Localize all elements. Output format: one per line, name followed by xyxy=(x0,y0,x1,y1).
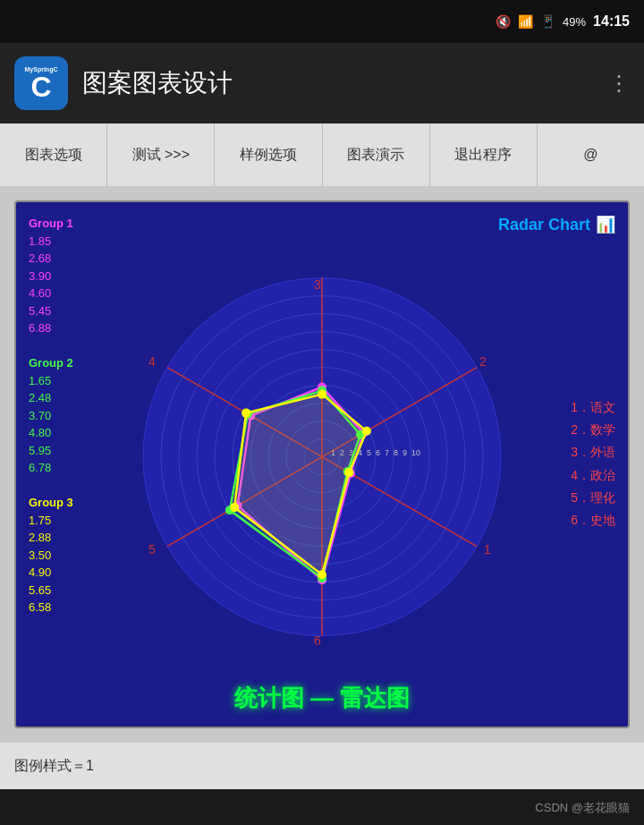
svg-text:3: 3 xyxy=(314,277,321,292)
app-bar: MySpringC C 图案图表设计 ⋮ xyxy=(0,43,644,123)
svg-text:5: 5 xyxy=(148,542,156,557)
chart-title: Radar Chart 📊 xyxy=(498,215,615,234)
chart-container: Group 1 1.852.683.904.605.456.88 Group 2… xyxy=(14,200,630,728)
status-text: 图例样式＝1 xyxy=(14,757,94,776)
status-time: 14:15 xyxy=(593,13,630,30)
axis-label-4: 4．政治 xyxy=(571,464,615,487)
group3-dot-4 xyxy=(242,409,250,418)
csdn-footer: CSDN @老花眼猫 xyxy=(0,789,644,825)
battery-level: 49% xyxy=(563,15,586,29)
svg-text:9: 9 xyxy=(402,448,407,457)
tab-chart-options[interactable]: 图表选项 xyxy=(0,123,107,186)
tab-exit[interactable]: 退出程序 xyxy=(430,123,538,186)
main-content: Group 1 1.852.683.904.605.456.88 Group 2… xyxy=(0,186,644,743)
axis-label-5: 5．理化 xyxy=(571,487,615,509)
svg-text:6: 6 xyxy=(314,634,321,645)
group2-values: 1.652.483.704.805.956.78 xyxy=(29,372,73,477)
signal-icon: 📱 xyxy=(540,14,555,29)
svg-text:2: 2 xyxy=(479,354,487,369)
chart-bottom-text: 统计图 — 雷达图 xyxy=(234,683,410,714)
group3-dot-5 xyxy=(230,503,239,512)
group1-values: 1.852.683.904.605.456.88 xyxy=(29,233,73,337)
tab-at[interactable]: @ xyxy=(538,123,644,186)
svg-text:7: 7 xyxy=(385,448,389,457)
svg-text:10: 10 xyxy=(411,448,420,457)
chart-title-text: Radar Chart xyxy=(498,216,590,234)
svg-text:5: 5 xyxy=(367,448,371,457)
svg-text:6: 6 xyxy=(376,448,380,457)
svg-text:1: 1 xyxy=(484,542,491,557)
group3-dot-2 xyxy=(362,427,371,436)
group3-values: 1.752.883.504.905.656.58 xyxy=(29,512,73,617)
group3-dot-1 xyxy=(344,468,353,477)
mute-icon: 🔇 xyxy=(496,14,511,29)
app-title: 图案图表设计 xyxy=(82,66,594,100)
group1-label: Group 1 xyxy=(29,215,73,233)
wifi-icon: 📶 xyxy=(518,14,533,29)
status-bar: 🔇 📶 📱 49% 14:15 xyxy=(0,0,644,43)
tab-chart-demo[interactable]: 图表演示 xyxy=(323,123,430,186)
group2-label: Group 2 xyxy=(29,354,73,372)
axis-labels: 1．语文 2．数学 3．外语 4．政治 5．理化 6．史地 xyxy=(571,396,615,532)
app-icon: MySpringC C xyxy=(14,56,68,110)
csdn-attribution: CSDN @老花眼猫 xyxy=(535,800,630,816)
tab-test[interactable]: 测试 >>> xyxy=(107,123,215,186)
group3-dot-6 xyxy=(318,570,326,579)
tab-bar: 图表选项 测试 >>> 样例选项 图表演示 退出程序 @ xyxy=(0,123,644,186)
menu-button[interactable]: ⋮ xyxy=(608,71,630,96)
axis-label-3: 3．外语 xyxy=(571,442,615,464)
svg-text:8: 8 xyxy=(394,448,398,457)
bottom-status-bar: 图例样式＝1 xyxy=(0,743,644,789)
group3-label: Group 3 xyxy=(29,494,73,512)
svg-text:4: 4 xyxy=(148,354,156,369)
radar-chart-svg: 3 2 1 6 5 4 1 2 3 4 5 6 7 8 9 10 xyxy=(134,269,510,645)
chart-legend: Group 1 1.852.683.904.605.456.88 Group 2… xyxy=(29,215,73,617)
axis-label-6: 6．史地 xyxy=(571,509,615,532)
chart-title-icon: 📊 xyxy=(596,215,615,234)
axis-label-2: 2．数学 xyxy=(571,420,615,442)
axis-label-1: 1．语文 xyxy=(571,396,615,419)
c-letter: C xyxy=(30,72,51,101)
group3-dot-3 xyxy=(318,390,326,399)
tab-sample-options[interactable]: 样例选项 xyxy=(215,123,322,186)
